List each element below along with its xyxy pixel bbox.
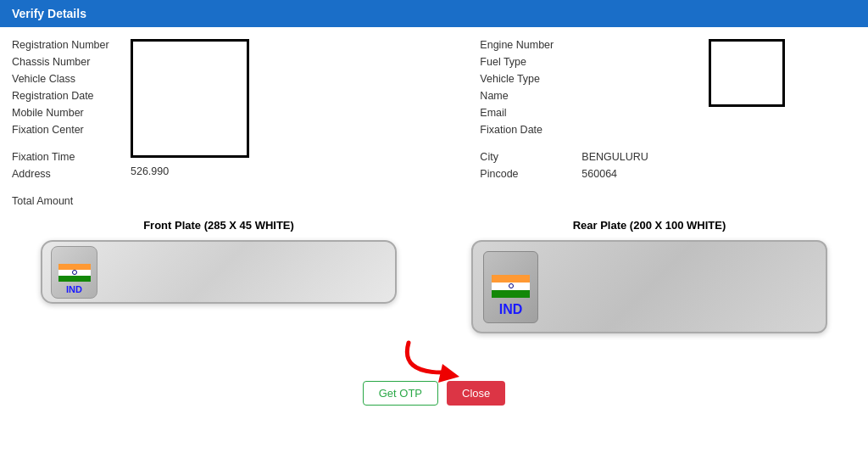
front-ind-badge: IND [51, 246, 97, 299]
value-pincode: 560064 [581, 166, 692, 182]
rear-plate-title: Rear Plate (200 X 100 WHITE) [573, 219, 726, 232]
label-name: Name [480, 88, 573, 104]
label-total-amount: Total Amount [12, 193, 122, 209]
rear-ind-text: IND [499, 302, 523, 317]
label-mobile-number: Mobile Number [12, 105, 122, 120]
label-pincode: Pincode [480, 166, 573, 182]
label-registration-date: Registration Date [12, 88, 122, 104]
value-city: BENGULURU [581, 149, 692, 165]
front-ind-text: IND [66, 284, 82, 294]
label-city: City [480, 149, 573, 165]
value-fuel-type [581, 54, 692, 70]
rear-plate: IND [471, 240, 827, 333]
label-fixation-center: Fixation Center [12, 122, 122, 137]
front-plate: IND [41, 240, 397, 304]
header: Verify Details [0, 0, 868, 27]
label-fuel-type: Fuel Type [480, 54, 573, 70]
get-otp-button[interactable]: Get OTP [363, 381, 438, 406]
value-name [581, 88, 692, 104]
label-fixation-date: Fixation Date [480, 122, 573, 137]
qr-code-box-small [709, 39, 785, 107]
action-area: Get OTP Close [12, 339, 856, 406]
rear-ind-badge: IND [483, 251, 538, 323]
label-vehicle-type: Vehicle Type [480, 71, 573, 87]
value-vehicle-type [581, 71, 692, 87]
value-email [581, 105, 692, 120]
label-fixation-time: Fixation Time [12, 149, 122, 165]
label-registration-number: Registration Number [12, 37, 122, 53]
close-button[interactable]: Close [447, 381, 505, 406]
label-email: Email [480, 105, 573, 120]
qr-code-box [131, 39, 249, 158]
page-title: Verify Details [12, 7, 86, 20]
front-plate-title: Front Plate (285 X 45 WHITE) [143, 219, 294, 232]
value-fixation-date [581, 122, 692, 137]
label-address: Address [12, 166, 122, 182]
label-chassis-number: Chassis Number [12, 54, 122, 70]
value-engine-number [581, 37, 692, 53]
rear-flag [492, 275, 530, 299]
front-flag [58, 264, 91, 283]
svg-marker-0 [438, 364, 459, 383]
total-amount-value: 526.990 [131, 164, 249, 179]
label-engine-number: Engine Number [480, 37, 573, 53]
label-vehicle-class: Vehicle Class [12, 71, 122, 87]
